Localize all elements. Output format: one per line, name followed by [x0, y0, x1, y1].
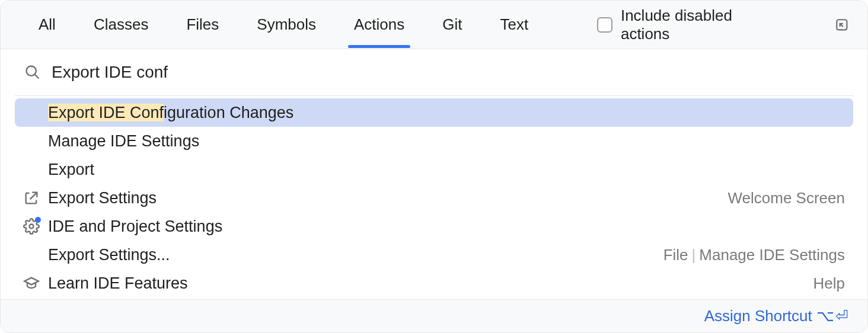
- tab-all[interactable]: All: [36, 1, 58, 48]
- shortcut-glyph: ⌥⏎: [816, 307, 850, 325]
- include-disabled-label: Include disabled actions: [621, 7, 783, 43]
- result-row[interactable]: Export Settings... File|Manage IDE Setti…: [15, 241, 853, 269]
- pin-icon[interactable]: [834, 17, 850, 33]
- result-row[interactable]: Learn IDE Features Help: [15, 269, 853, 297]
- footer: Assign Shortcut ⌥⏎: [1, 299, 867, 332]
- gear-icon: [23, 218, 40, 235]
- tab-git[interactable]: Git: [440, 1, 464, 48]
- tab-files[interactable]: Files: [184, 1, 221, 48]
- external-link-icon: [23, 190, 40, 206]
- search-icon: [24, 64, 41, 81]
- checkbox-icon: [597, 17, 612, 33]
- tab-classes[interactable]: Classes: [91, 1, 151, 48]
- svg-point-1: [27, 66, 36, 76]
- svg-point-3: [30, 225, 34, 229]
- result-hint: File|Manage IDE Settings: [663, 246, 845, 264]
- result-row[interactable]: Manage IDE Settings: [15, 127, 853, 155]
- result-label: IDE and Project Settings: [48, 217, 845, 236]
- graduation-cap-icon: [23, 275, 40, 292]
- tab-text[interactable]: Text: [498, 1, 531, 48]
- search-bar: [1, 49, 867, 95]
- result-label: Export IDE Configuration Changes: [48, 104, 845, 122]
- result-row[interactable]: Export Settings Welcome Screen: [15, 184, 853, 212]
- result-label: Export Settings...: [48, 246, 655, 264]
- assign-shortcut-link[interactable]: Assign Shortcut ⌥⏎: [704, 307, 850, 325]
- result-label: Export: [48, 161, 845, 179]
- result-label: Manage IDE Settings: [48, 132, 845, 151]
- result-row[interactable]: Export: [15, 155, 853, 184]
- include-disabled-checkbox[interactable]: Include disabled actions: [597, 7, 783, 43]
- result-hint: Welcome Screen: [728, 189, 845, 207]
- tab-symbols[interactable]: Symbols: [254, 1, 318, 48]
- search-everywhere-popup: All Classes Files Symbols Actions Git Te…: [0, 0, 868, 333]
- result-hint: Help: [813, 274, 845, 293]
- result-row[interactable]: Export IDE Configuration Changes: [15, 98, 853, 127]
- result-label: Export Settings: [48, 189, 720, 207]
- results-list: Export IDE Configuration Changes Manage …: [1, 96, 867, 299]
- tab-bar: All Classes Files Symbols Actions Git Te…: [1, 1, 867, 49]
- result-row[interactable]: IDE and Project Settings: [15, 212, 853, 241]
- tab-actions[interactable]: Actions: [352, 1, 407, 48]
- svg-line-2: [35, 75, 39, 79]
- result-label: Learn IDE Features: [48, 274, 805, 293]
- search-input[interactable]: [52, 63, 844, 82]
